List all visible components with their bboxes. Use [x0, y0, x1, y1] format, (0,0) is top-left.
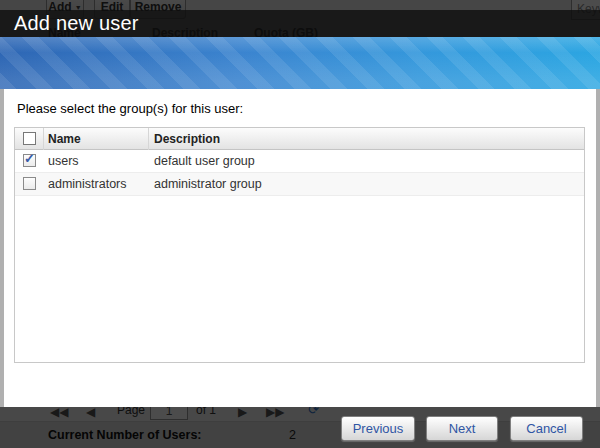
previous-button[interactable]: Previous [341, 416, 415, 441]
select-all-header-cell: ✓ [15, 128, 44, 150]
dialog-titlebar: Add new user [0, 10, 600, 37]
group-grid-header: ✓ Name Description [15, 128, 584, 150]
administrators-checkbox[interactable]: ✓ [23, 177, 36, 190]
dialog-title: Add new user [14, 12, 139, 35]
column-header-description[interactable]: Description [149, 128, 479, 150]
group-description-cell: administrator group [154, 177, 262, 191]
group-name-cell: administrators [48, 177, 127, 191]
dialog-banner [0, 37, 600, 89]
group-select-prompt: Please select the group(s) for this user… [17, 101, 243, 116]
group-row-users[interactable]: ✓ users default user group [15, 150, 584, 173]
next-button[interactable]: Next [426, 416, 498, 441]
screen: Add ▼ Edit Remove Keyword Name Descripti… [0, 0, 600, 448]
check-icon: ✓ [24, 151, 35, 166]
group-description-cell: default user group [154, 154, 255, 168]
group-grid: ✓ Name Description ✓ users default user … [14, 127, 585, 363]
users-checkbox[interactable]: ✓ [23, 154, 36, 167]
group-row-administrators[interactable]: ✓ administrators administrator group [15, 173, 584, 196]
group-name-cell: users [48, 154, 79, 168]
dialog-body: Please select the group(s) for this user… [0, 89, 600, 407]
select-all-checkbox[interactable]: ✓ [23, 132, 36, 145]
cancel-button[interactable]: Cancel [510, 416, 583, 441]
column-header-name[interactable]: Name [44, 128, 149, 150]
